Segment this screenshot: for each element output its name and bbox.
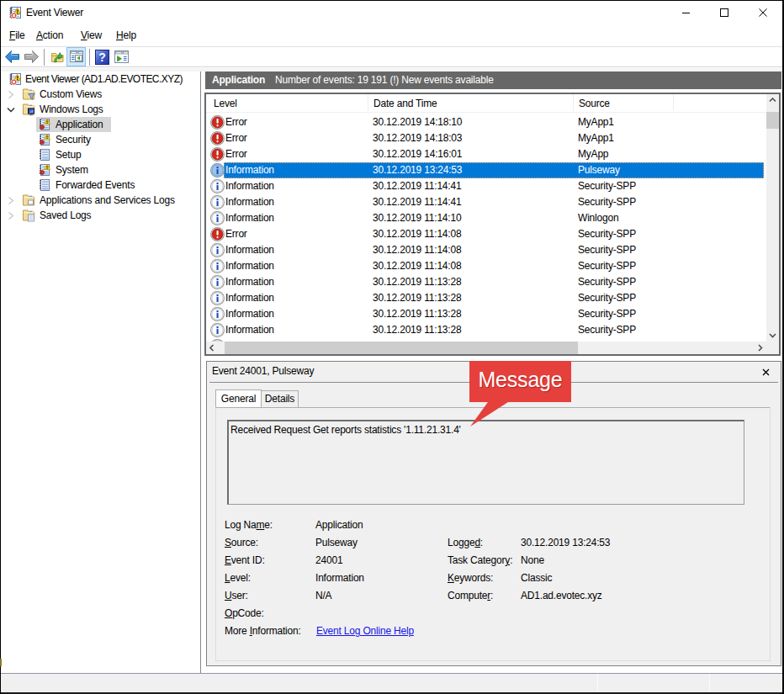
svg-text:?: ?: [98, 50, 105, 64]
